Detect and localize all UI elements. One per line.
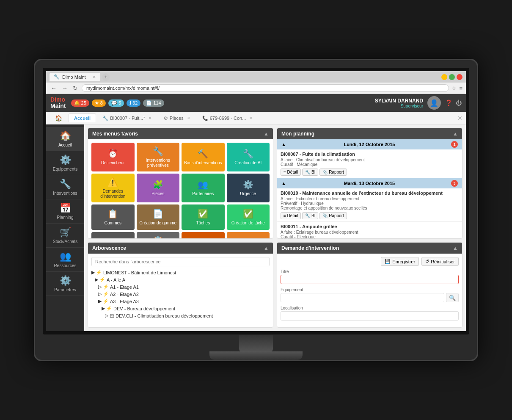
extensions-icon[interactable]: ≡ xyxy=(459,85,462,91)
planning-day-monday: ▲ Lundi, 12 Octobre 2015 1 xyxy=(277,139,462,149)
docs-badge[interactable]: 📄 114 xyxy=(143,99,164,107)
arbo-search-input[interactable] xyxy=(91,257,270,266)
fav-imputation[interactable]: ⚙️ Imputation xyxy=(227,232,270,239)
localisation-input[interactable] xyxy=(281,311,459,321)
titre-label: Titre xyxy=(281,269,459,274)
parametres-icon: ⚙️ xyxy=(60,275,71,286)
fav-pieces[interactable]: 🧩 Pièces xyxy=(137,174,180,202)
info-badge[interactable]: ℹ 32 xyxy=(127,99,140,107)
fav-urgence[interactable]: ⚙️ Urgence xyxy=(227,174,270,202)
fav-utilisateurs[interactable]: 👤 Utilisateurs xyxy=(91,232,135,239)
equipement-field: Equipement 🔍 xyxy=(281,287,459,302)
sidebar-item-accueil[interactable]: 🏠 Accueil xyxy=(46,127,84,151)
minimize-button[interactable] xyxy=(441,74,447,80)
fav-creation-bi[interactable]: 🔧 Création de BI xyxy=(227,143,270,171)
fav-interventions-preventives[interactable]: 🔧 Interventions préventives xyxy=(137,143,180,171)
bookmark-icon[interactable]: ☆ xyxy=(451,85,457,91)
new-tab-button[interactable]: + xyxy=(102,73,110,81)
img-icon: 🖼 xyxy=(110,313,114,318)
sidebar-item-equipements[interactable]: ⚙️ Equipements xyxy=(46,151,84,175)
rapport-button-bi10a[interactable]: 📎 Rapport xyxy=(319,212,347,219)
fav-famille-piece[interactable]: ⚙️ Famille de pièce xyxy=(182,232,225,239)
detail-button[interactable]: ≡ Détail xyxy=(281,169,301,176)
rapport-button[interactable]: 📎 Rapport xyxy=(319,169,347,176)
help-icon[interactable]: ❓ xyxy=(445,99,452,106)
fav-creation-gamme[interactable]: 📄 Création de gamme xyxy=(137,204,180,230)
browser-tab[interactable]: 🔧 Dimo Maint ✕ xyxy=(50,73,100,81)
item-note-bi10a: Remontage et apposition de nouveaux scel… xyxy=(281,206,459,210)
wrench2-icon: 🔧 xyxy=(243,149,253,159)
chat-badge[interactable]: 💬 5 xyxy=(108,99,124,107)
day2-expand-icon[interactable]: ▲ xyxy=(281,181,286,186)
fav-taches[interactable]: ✅ Tâches xyxy=(182,204,225,230)
monitor-neck xyxy=(239,335,273,352)
fav-arborescence-profils[interactable]: 📋 Arborescence de profils xyxy=(137,232,180,239)
bi-button[interactable]: 🔧 BI xyxy=(302,169,318,176)
tab-accueil[interactable]: Accueil xyxy=(69,113,96,122)
tab-pieces-close-icon[interactable]: ✕ xyxy=(187,116,190,120)
tab-bi00007[interactable]: 🔧 BI00007 - Fuit...* ✕ xyxy=(97,113,157,123)
creation-gamme-icon: 📄 xyxy=(153,209,163,219)
user-avatar[interactable]: 👤 xyxy=(427,96,441,110)
tab-bi-close-icon[interactable]: ✕ xyxy=(149,116,152,120)
arbo-title: Arborescence xyxy=(92,245,126,251)
close-all-tabs-button[interactable]: ✕ xyxy=(457,115,462,122)
equipement-input[interactable] xyxy=(281,293,444,302)
power-icon[interactable]: ⏻ xyxy=(456,99,462,106)
titre-input[interactable] xyxy=(281,275,459,284)
tab-contact[interactable]: 📞 679-8699 - Con... ✕ xyxy=(197,113,259,123)
planning-item-bi00007: BI00007 - Fuite de la climatisation A fa… xyxy=(277,149,462,178)
tab-close-icon[interactable]: ✕ xyxy=(93,75,96,79)
fav-gammes[interactable]: 📋 Gammes xyxy=(91,204,135,230)
item-buttons-bi10a: ≡ Détail 🔧 BI 📎 Rapport xyxy=(281,212,459,219)
tab-contact-close-icon[interactable]: ✕ xyxy=(249,116,253,120)
utilisateurs-icon: 👤 xyxy=(107,238,118,239)
detail-button-bi10a[interactable]: ≡ Détail xyxy=(281,212,301,219)
fav-partenaires[interactable]: 👥 Partenaires xyxy=(182,174,225,202)
sidebar-item-parametres[interactable]: ⚙️ Paramètres xyxy=(46,272,84,296)
tree-expand-icon5[interactable]: ▶ xyxy=(98,298,102,304)
maximize-button[interactable] xyxy=(449,74,455,80)
demande-panel: Demande d'intervention ▲ 💾 Enregistrer xyxy=(277,242,462,328)
planning-chevron-icon[interactable]: ▲ xyxy=(453,131,458,137)
tree-item-dev-cli: ▷ 🖼 DEV.CLI - Climatisation bureau dével… xyxy=(105,312,270,319)
tree-expand-icon[interactable]: ▶ xyxy=(91,270,95,275)
tree-label5: A3 - Etage A3 xyxy=(110,299,139,304)
app-topbar: Dimo Maint 🔔 25 ★ 8 💬 5 xyxy=(46,94,466,112)
sidebar-item-planning[interactable]: 📅 Planning xyxy=(46,199,84,224)
tree-expand-icon6[interactable]: ▶ xyxy=(102,306,105,311)
favorites-panel: Mes menus favoris ▲ ⏰ Déclencheur 🔧 Inte… xyxy=(88,128,273,239)
close-button[interactable] xyxy=(457,74,462,80)
sidebar-item-ressources[interactable]: 👥 Ressources xyxy=(46,248,84,272)
favorites-chevron-icon[interactable]: ▲ xyxy=(264,131,269,137)
refresh-button[interactable]: ↻ xyxy=(72,85,79,91)
fav-bons-interventions[interactable]: 🔨 Bons d'interventions xyxy=(182,143,225,171)
sidebar-item-interventions[interactable]: 🔧 Interventions xyxy=(46,175,84,199)
url-bar[interactable]: mydimomaint.com/mx/dimomaint#!/ xyxy=(82,84,449,92)
wrench-icon: 🔧 xyxy=(102,116,108,121)
bolt6-icon: ⚡ xyxy=(106,306,112,311)
gammes-icon: 📋 xyxy=(107,209,118,219)
fav-demandes-intervention[interactable]: ⚠️ Demandes d'intervention xyxy=(91,174,135,202)
monitor-base xyxy=(209,351,303,360)
tree-expand-icon2[interactable]: ▶ xyxy=(95,277,98,282)
fav-creation-tache[interactable]: ✅ Création de tâche xyxy=(227,204,270,230)
forward-button[interactable]: → xyxy=(61,85,69,91)
bi-button-bi10a[interactable]: 🔧 BI xyxy=(302,212,318,219)
day-expand-icon[interactable]: ▲ xyxy=(281,142,286,147)
tab-pieces[interactable]: ⚙ Pièces ✕ xyxy=(158,113,196,123)
tree-expand-icon4[interactable]: ▷ xyxy=(98,291,102,297)
back-button[interactable]: ← xyxy=(50,85,58,91)
reinitialiser-button[interactable]: ↺ Réinitialiser xyxy=(421,257,459,266)
tree-expand-icon3[interactable]: ▷ xyxy=(98,284,102,290)
tab-home[interactable]: 🏠 xyxy=(50,113,68,123)
enregistrer-button[interactable]: 💾 Enregistrer xyxy=(381,257,419,266)
demande-chevron-icon[interactable]: ▲ xyxy=(453,245,458,251)
fav-declencheur[interactable]: ⏰ Déclencheur xyxy=(91,143,135,171)
arbo-chevron-icon[interactable]: ▲ xyxy=(264,245,269,251)
stars-badge[interactable]: ★ 8 xyxy=(92,99,106,107)
sidebar-item-stock[interactable]: 🛒 Stock/Achats xyxy=(46,224,84,248)
tree-expand-icon7[interactable]: ▷ xyxy=(105,313,108,318)
equipement-search-button[interactable]: 🔍 xyxy=(446,293,459,302)
alerts-badge[interactable]: 🔔 25 xyxy=(71,99,89,107)
